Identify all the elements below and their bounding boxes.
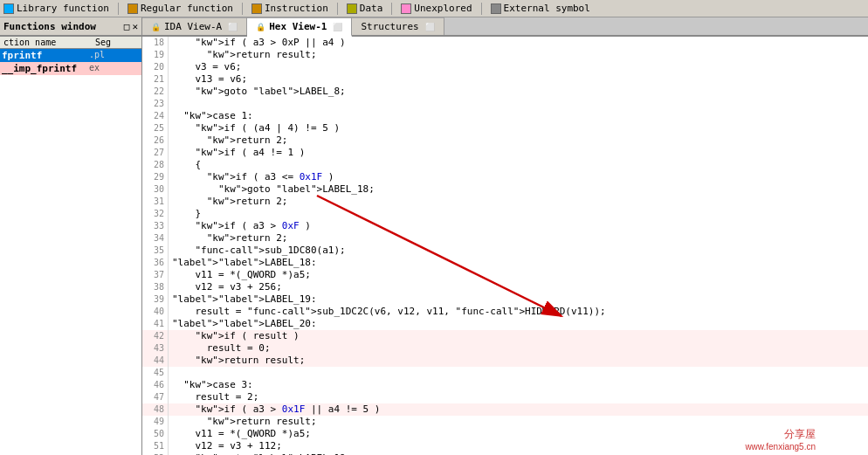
line-number: 34 [142,232,169,245]
line-number: 39 [142,293,169,306]
tabbar: Functions window □ ✕ 🔒 IDA View-A ⬜ 🔒 He… [0,17,868,37]
code-line[interactable]: 38 v12 = v3 + 256; [142,281,868,293]
tab-spacer [444,17,868,35]
data-legend: Data [347,3,383,14]
line-number: 30 [142,183,169,196]
line-number: 41 [142,318,169,330]
line-content: "kw">return result; [172,355,305,367]
instruction-label: Instruction [265,3,328,14]
line-number: 28 [142,159,169,171]
functions-window-title: Functions window [3,21,96,32]
lock-icon: 🔒 [151,23,161,31]
line-content: "label">"label">LABEL_19: [172,293,317,306]
line-number: 37 [142,269,169,281]
code-line[interactable]: 18 "kw">if ( a3 > 0xP || a4 ) [142,37,868,49]
line-content: "kw">if ( a4 != 1 ) [172,147,305,159]
code-line[interactable]: 44 "kw">return result; [142,355,868,367]
main-layout: ction name Seg fprintf .pl __imp_fprintf… [0,37,868,455]
code-lines-container: 18 "kw">if ( a3 > 0xP || a4 )19 "kw">ret… [142,37,868,455]
line-number: 19 [142,49,169,61]
code-line[interactable]: 32 } [142,208,868,220]
regular-function-color [127,3,138,14]
unexplored-color [401,3,411,14]
line-content: "kw">return 2; [172,196,287,208]
code-line[interactable]: 27 "kw">if ( a4 != 1 ) [142,147,868,159]
line-number: 40 [142,306,169,318]
tab-ida-label: IDA View-A [164,21,222,32]
code-line[interactable]: 19 "kw">return result; [142,49,868,61]
line-content: } [172,208,201,220]
col-headers: ction name Seg [0,37,141,49]
line-content: v11 = *(_QWORD *)a5; [172,269,311,281]
code-line[interactable]: 29 "kw">if ( a3 <= 0x1F ) [142,171,868,183]
line-content: v12 = v3 + 112; [172,440,282,452]
code-line[interactable]: 43 result = 0; [142,342,868,355]
sep1 [118,3,119,15]
line-content: "kw">return result; [172,416,317,428]
code-line[interactable]: 49 "kw">return result; [142,416,868,428]
func-seg: .pl [89,50,105,61]
list-item[interactable]: fprintf .pl [0,49,141,62]
code-line[interactable]: 34 "kw">return 2; [142,232,868,245]
code-line[interactable]: 36"label">"label">LABEL_18: [142,257,868,269]
code-line[interactable]: 20 v3 = v6; [142,61,868,73]
code-line[interactable]: 24 "kw">case 1: [142,110,868,122]
tab-ida-icon: ⬜ [228,23,238,31]
code-line[interactable]: 39"label">"label">LABEL_19: [142,293,868,306]
tab-hex-label: Hex View-1 [269,21,327,32]
external-symbol-label: External symbol [504,3,590,14]
code-line[interactable]: 28 { [142,159,868,171]
line-content: "kw">if ( (a4 | 4) != 5 ) [172,122,340,134]
line-number: 36 [142,257,169,269]
minimize-icon[interactable]: □ [124,21,130,32]
code-line[interactable]: 22 "kw">goto "label">LABEL_8; [142,86,868,98]
code-line[interactable]: 42 "kw">if ( result ) [142,330,868,342]
external-symbol-legend: External symbol [491,3,590,14]
col-name: ction name [2,38,93,47]
code-line[interactable]: 40 result = "func-call">sub_1DC2C(v6, v1… [142,306,868,318]
list-item[interactable]: __imp_fprintf ex [0,62,141,75]
code-line[interactable]: 30 "kw">goto "label">LABEL_18; [142,183,868,196]
line-content: "label">"label">LABEL_20: [172,318,317,330]
line-number: 21 [142,73,169,86]
code-line[interactable]: 33 "kw">if ( a3 > 0xF ) [142,220,868,232]
code-line[interactable]: 48 "kw">if ( a3 > 0x1F || a4 != 5 ) [142,403,868,416]
tab-hex-view-1[interactable]: 🔒 Hex View-1 ⬜ [247,17,352,37]
code-line[interactable]: 45 [142,367,868,379]
code-line[interactable]: 46 "kw">case 3: [142,379,868,391]
tab-structures[interactable]: Structures ⬜ [352,17,444,35]
code-view[interactable]: 18 "kw">if ( a3 > 0xP || a4 )19 "kw">ret… [142,37,868,455]
func-name: __imp_fprintf [2,63,89,74]
func-seg: ex [89,63,100,74]
code-line[interactable]: 31 "kw">return 2; [142,196,868,208]
line-content: result = "func-call">sub_1DC2C(v6, v12, … [172,306,606,318]
tab-ida-view-a[interactable]: 🔒 IDA View-A ⬜ [142,17,247,35]
code-line[interactable]: 26 "kw">return 2; [142,134,868,147]
code-line[interactable]: 35 "func-call">sub_1DC80(a1); [142,245,868,257]
func-name: fprintf [2,50,89,61]
code-line[interactable]: 37 v11 = *(_QWORD *)a5; [142,269,868,281]
tab-structures-icon: ⬜ [425,23,435,31]
close-icon[interactable]: ✕ [132,21,138,32]
line-content: v12 = v3 + 256; [172,281,282,293]
functions-panel: ction name Seg fprintf .pl __imp_fprintf… [0,37,142,455]
code-line[interactable]: 25 "kw">if ( (a4 | 4) != 5 ) [142,122,868,134]
line-number: 49 [142,416,169,428]
watermark-url: www.fenxiang5.cn [745,442,816,452]
line-number: 27 [142,147,169,159]
col-seg: Seg [93,38,113,47]
watermark: 分享屋 www.fenxiang5.cn [745,427,816,452]
code-line[interactable]: 41"label">"label">LABEL_20: [142,318,868,330]
line-number: 18 [142,37,169,49]
line-content: "kw">case 1: [172,110,253,122]
code-line[interactable]: 47 result = 2; [142,391,868,403]
line-content: "kw">return 2; [172,134,287,147]
sep5 [481,3,482,15]
line-number: 44 [142,355,169,367]
line-content: "kw">if ( a3 > 0x1F || a4 != 5 ) [172,403,380,416]
line-number: 45 [142,367,169,379]
toolbar: Library function Regular function Instru… [0,0,868,17]
code-line[interactable]: 21 v13 = v6; [142,73,868,86]
code-line[interactable]: 23 [142,98,868,110]
regular-function-legend: Regular function [127,3,233,14]
